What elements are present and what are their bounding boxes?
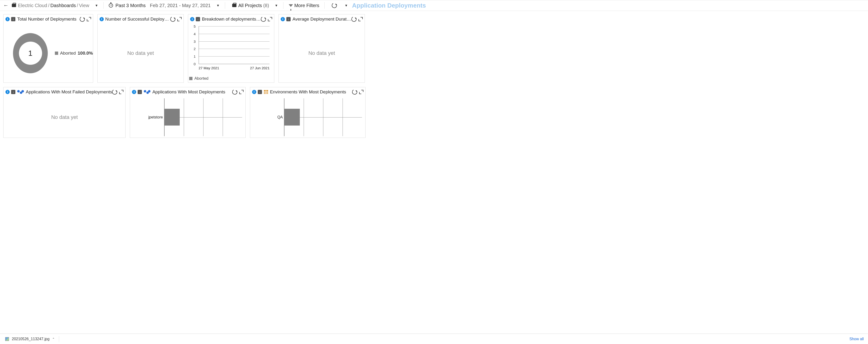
line-chart: 5 4 3 2 1 0 27 May 2021 27 Jun 2021	[198, 26, 270, 70]
back-icon[interactable]: ←	[3, 2, 10, 8]
bar	[164, 109, 180, 125]
widget-apps-most: i ↓ Applications With Most Deployments j…	[130, 87, 245, 138]
legend-swatch	[55, 52, 58, 55]
date-dropdown[interactable]: ▼	[216, 4, 220, 7]
legend-item: Aborted	[189, 76, 209, 81]
expand-icon[interactable]	[177, 17, 182, 21]
x-axis-end: 27 Jun 2021	[250, 66, 270, 70]
widget-successful-deployments: i Number of Successful Deployments No da…	[97, 14, 184, 83]
hex-icon	[144, 90, 150, 94]
date-range: Feb 27, 2021 - May 27, 2021	[150, 3, 211, 8]
clock-icon	[109, 3, 113, 7]
legend-swatch	[189, 77, 192, 80]
filter-icon	[289, 4, 293, 7]
refresh-icon[interactable]	[79, 16, 86, 23]
expand-icon[interactable]	[239, 90, 244, 94]
info-icon[interactable]: i	[5, 17, 10, 21]
download-icon[interactable]: ↓	[11, 90, 16, 94]
expand-icon[interactable]	[268, 17, 272, 21]
breadcrumb-page[interactable]: View	[79, 3, 89, 8]
widget-avg-duration: i ↓ Average Deployment Duration No data …	[279, 14, 365, 83]
widget-breakdown: i ↓ Breakdown of deployments by o... 5 4…	[188, 14, 274, 83]
download-icon[interactable]: ↓	[286, 17, 290, 21]
widget-title: Applications With Most Deployments	[152, 89, 232, 95]
info-icon[interactable]: i	[99, 17, 104, 21]
refresh-icon[interactable]	[351, 16, 357, 23]
x-axis-start: 27 May 2021	[198, 66, 219, 70]
refresh-icon[interactable]	[231, 89, 238, 95]
download-icon[interactable]: ↓	[196, 17, 200, 21]
download-icon[interactable]: ↓	[258, 90, 262, 94]
projects-dropdown[interactable]: ▼	[275, 4, 278, 7]
bar-label: jpetstore	[146, 115, 163, 119]
briefcase-icon	[232, 4, 237, 7]
refresh-icon[interactable]	[331, 2, 338, 9]
widget-apps-failed: i ↓ Applications With Most Failed Deploy…	[3, 87, 126, 138]
widget-title: Environments With Most Deployments	[270, 89, 352, 95]
expand-icon[interactable]	[119, 90, 123, 94]
widget-title: Breakdown of deployments by o...	[202, 17, 261, 22]
widget-title: Number of Successful Deployments	[105, 17, 170, 22]
breadcrumb-org[interactable]: Electric Cloud	[18, 3, 47, 8]
donut-value: 1	[28, 49, 33, 58]
bar	[284, 109, 300, 125]
breadcrumb-dropdown[interactable]: ▼	[95, 4, 98, 7]
hbar-chart: jpetstore	[164, 98, 242, 136]
widget-envs-most: i ↓ Environments With Most Deployments Q…	[250, 87, 366, 138]
widget-title: Average Deployment Duration	[292, 17, 351, 22]
breadcrumb-sec[interactable]: Dashboards	[50, 3, 76, 8]
refresh-icon[interactable]	[112, 89, 118, 95]
briefcase-icon	[12, 4, 16, 7]
projects-filter[interactable]: All Projects (8)	[238, 3, 269, 8]
dashboard-grid: i ↓ Total Number of Deployments 1 Aborte…	[0, 11, 369, 146]
breadcrumb[interactable]: Electric Cloud / Dashboards / View	[18, 3, 89, 8]
empty-state: No data yet	[4, 97, 125, 137]
refresh-icon[interactable]	[351, 89, 358, 95]
hex-icon	[17, 90, 24, 94]
empty-state: No data yet	[98, 24, 184, 83]
refresh-menu[interactable]: ▼	[344, 4, 348, 7]
refresh-icon[interactable]	[260, 16, 267, 23]
widget-total-deployments: i ↓ Total Number of Deployments 1 Aborte…	[3, 14, 93, 83]
expand-icon[interactable]	[359, 17, 363, 21]
widget-title: Applications With Most Failed Deployment…	[26, 89, 112, 95]
expand-icon[interactable]	[359, 90, 364, 94]
legend-item: Aborted 100.0%	[55, 51, 93, 56]
empty-state: No data yet	[279, 24, 365, 83]
info-icon[interactable]: i	[132, 90, 136, 94]
info-icon[interactable]: i	[190, 17, 194, 21]
refresh-icon[interactable]	[170, 16, 176, 23]
info-icon[interactable]: i	[5, 90, 10, 94]
bar-label: QA	[266, 115, 283, 119]
more-filters[interactable]: More Filters	[294, 3, 319, 8]
widget-title: Total Number of Deployments	[17, 17, 80, 22]
list-icon	[264, 90, 268, 94]
expand-icon[interactable]	[87, 17, 91, 21]
donut-chart: 1	[13, 33, 48, 73]
filter-bar: ← Electric Cloud / Dashboards / View ▼ P…	[0, 0, 868, 11]
info-icon[interactable]: i	[281, 17, 285, 21]
download-icon[interactable]: ↓	[11, 17, 16, 21]
info-icon[interactable]: i	[252, 90, 256, 94]
page-title: Application Deployments	[352, 2, 426, 9]
download-icon[interactable]: ↓	[137, 90, 142, 94]
hbar-chart: QA	[284, 98, 362, 136]
date-preset[interactable]: Past 3 Months	[115, 3, 146, 8]
